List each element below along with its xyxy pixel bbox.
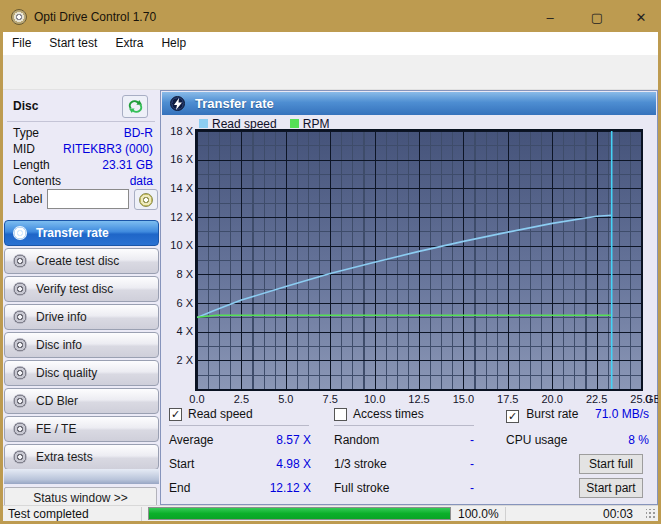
disc-icon (13, 422, 27, 436)
disc-icon (13, 450, 27, 464)
x-axis-tick-label: 0.0 (180, 393, 214, 405)
stat-row-full-stroke: Full stroke - (334, 481, 474, 495)
menu-help[interactable]: Help (152, 32, 195, 55)
x-axis-unit-label: GB (645, 393, 661, 405)
access-times-checkbox-row: Access times (334, 407, 424, 421)
x-axis-tick-label: 12.5 (402, 393, 436, 405)
access-times-checkbox[interactable] (334, 408, 347, 421)
start-part-button[interactable]: Start part (579, 478, 643, 498)
x-axis-tick-label: 20.0 (535, 393, 569, 405)
series-read-speed (197, 215, 612, 317)
disc-icon (13, 338, 27, 352)
chart-frame (195, 129, 643, 391)
disc-panel: Disc Type BD-R MID RITEKBR3 (000) Length… (3, 90, 160, 505)
disc-field-contents: Contents data (13, 174, 153, 189)
sidebar-gradient-strip (4, 469, 159, 484)
panel-title: Transfer rate (195, 96, 274, 111)
panel-header: Transfer rate (162, 92, 656, 115)
app-disc-icon (11, 9, 27, 25)
x-axis-tick-label: 10.0 (358, 393, 392, 405)
stat-row-random: Random - (334, 433, 474, 447)
x-axis-tick-label: 15.0 (446, 393, 480, 405)
gold-disc-icon (139, 193, 153, 207)
statusbar: Test completed 100.0% 00:03 (3, 505, 658, 521)
elapsed-time: 00:03 (563, 507, 633, 521)
minimize-button[interactable]: – (534, 3, 566, 32)
transfer-rate-icon (170, 96, 185, 111)
sidebar-item-cd-bler[interactable]: CD Bler (4, 388, 159, 414)
read-speed-checkbox-label: Read speed (188, 407, 253, 421)
y-axis-tick-label: 12 X (163, 211, 193, 223)
disc-label-button[interactable] (134, 189, 158, 210)
sidebar-item-drive-info[interactable]: Drive info (4, 304, 159, 330)
series-rpm (197, 315, 612, 317)
x-axis-tick-label: 7.5 (313, 393, 347, 405)
statusbar-divider (505, 507, 506, 521)
burst-rate-row: ✓ Burst rate 71.0 MB/s (506, 407, 649, 423)
sidebar-item-verify-test-disc[interactable]: Verify test disc (4, 276, 159, 302)
menu-start-test[interactable]: Start test (40, 32, 106, 55)
y-axis-tick-label: 16 X (163, 153, 193, 165)
menubar: File Start test Extra Help (3, 32, 658, 55)
disc-label-caption: Label (13, 192, 42, 206)
progress-bar (148, 507, 451, 520)
chart-plot-area (197, 131, 641, 389)
x-axis-tick-label: 5.0 (269, 393, 303, 405)
access-times-checkbox-label: Access times (353, 407, 424, 421)
x-axis-tick-label: 17.5 (491, 393, 525, 405)
stat-row-third-stroke: 1/3 stroke - (334, 457, 474, 471)
divider (169, 425, 309, 426)
menu-extra[interactable]: Extra (106, 32, 152, 55)
disc-field-length: Length 23.31 GB (13, 158, 153, 173)
chart-series (197, 131, 641, 389)
y-axis-tick-label: 4 X (163, 325, 193, 337)
sidebar-item-extra-tests[interactable]: Extra tests (4, 444, 159, 470)
divider (334, 425, 474, 426)
legend-swatch-rpm (290, 119, 299, 128)
y-axis-tick-label: 2 X (163, 354, 193, 366)
disc-icon (13, 226, 27, 240)
close-button[interactable]: ✕ (625, 3, 657, 32)
transfer-rate-panel: Transfer rate Read speed RPM 2 X4 X6 X8 … (160, 90, 658, 505)
read-speed-checkbox-row: ✓ Read speed (169, 407, 253, 421)
sidebar-item-transfer-rate[interactable]: Transfer rate (4, 220, 159, 246)
statusbar-divider (141, 507, 142, 521)
menu-file[interactable]: File (3, 32, 40, 55)
cpu-usage-row: CPU usage 8 % (506, 433, 649, 447)
disc-label-row: Label (13, 189, 153, 210)
read-speed-checkbox[interactable]: ✓ (169, 408, 182, 421)
sidebar-item-disc-info[interactable]: Disc info (4, 332, 159, 358)
start-full-button[interactable]: Start full (579, 454, 643, 474)
toolbar: Drive (G:) HL-DT-ST BD-RE WH16NS48 1.D3 (3, 55, 658, 90)
disc-icon (13, 366, 27, 380)
y-axis-tick-label: 8 X (163, 268, 193, 280)
titlebar: Opti Drive Control 1.70 – ▢ ✕ (3, 3, 658, 32)
divider (7, 121, 155, 122)
disc-panel-title: Disc (13, 99, 38, 113)
stat-row-start: Start 4.98 X (169, 457, 311, 471)
y-axis-tick-label: 14 X (163, 182, 193, 194)
refresh-disc-button[interactable] (122, 95, 148, 118)
y-axis-tick-label: 10 X (163, 239, 193, 251)
maximize-button[interactable]: ▢ (581, 3, 613, 32)
sidebar-item-create-test-disc[interactable]: Create test disc (4, 248, 159, 274)
sidebar-item-disc-quality[interactable]: Disc quality (4, 360, 159, 386)
progress-bar-fill (149, 508, 450, 519)
burst-rate-checkbox[interactable]: ✓ (506, 410, 519, 423)
sidebar-item-fe-te[interactable]: FE / TE (4, 416, 159, 442)
x-axis-tick-label: 2.5 (224, 393, 258, 405)
disc-label-input[interactable] (47, 189, 129, 209)
window-title: Opti Drive Control 1.70 (34, 10, 156, 24)
disc-field-mid: MID RITEKBR3 (000) (13, 142, 153, 157)
x-axis-tick-label: 22.5 (580, 393, 614, 405)
disc-icon (13, 394, 27, 408)
disc-icon (13, 254, 27, 268)
app-window: Opti Drive Control 1.70 – ▢ ✕ File Start… (0, 0, 661, 524)
y-axis-tick-label: 6 X (163, 297, 193, 309)
resize-grip[interactable] (646, 509, 656, 519)
y-axis-tick-label: 18 X (163, 125, 193, 137)
refresh-icon (128, 99, 143, 114)
status-message: Test completed (8, 507, 89, 521)
burst-rate-value: 71.0 MB/s (595, 407, 649, 421)
progress-percent: 100.0% (458, 507, 499, 521)
